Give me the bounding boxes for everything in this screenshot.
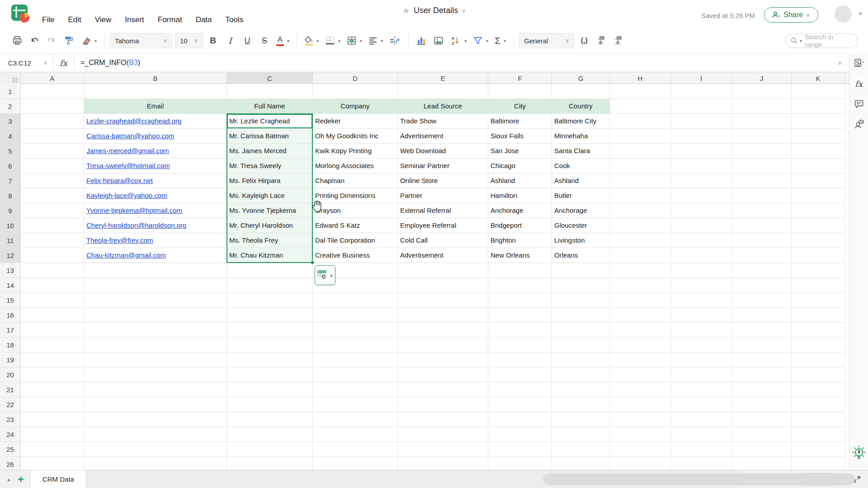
cell-H3[interactable] [610,114,671,129]
cell-J15[interactable] [732,293,792,308]
insert-function-button[interactable]: fx [53,54,74,72]
cell-I18[interactable] [671,338,732,352]
menu-view[interactable]: View [95,15,112,24]
cell-J18[interactable] [732,338,792,352]
row-header-4[interactable]: 4 [0,129,21,144]
column-header-G[interactable]: G [552,72,610,84]
cell-E25[interactable] [398,442,488,457]
cell-B16[interactable] [84,308,227,323]
cell-F19[interactable] [488,352,552,367]
cell-A9[interactable] [21,203,84,218]
cell-G13[interactable] [552,263,610,278]
strikethrough-button[interactable]: S [257,33,272,48]
cell-E9[interactable]: External Referral [398,203,488,218]
cell-F15[interactable] [488,293,552,308]
cell-E17[interactable] [398,323,488,338]
cell-C24[interactable] [227,427,313,442]
cell-F10[interactable]: Bridgeport [488,218,552,233]
cell-G15[interactable] [552,293,610,308]
sheet-tab-crm-data[interactable]: CRM Data [30,470,86,488]
cell-C26[interactable] [227,457,313,470]
column-header-K[interactable]: K [792,72,845,84]
cell-H6[interactable] [610,159,671,174]
sort-button[interactable]: A Z ▾ [448,33,468,48]
user-avatar[interactable] [835,5,852,23]
cell-J24[interactable] [732,427,792,442]
cell-G12[interactable]: Orleans [552,248,610,263]
cell-H24[interactable] [610,427,671,442]
cell-H23[interactable] [610,412,671,427]
cell-C20[interactable] [227,367,313,382]
cell-C4[interactable]: Mr. Carissa Batman [227,129,313,144]
cell-F14[interactable] [488,278,552,293]
cell-A16[interactable] [21,308,84,323]
cell-H17[interactable] [610,323,671,338]
row-header-23[interactable]: 23 [0,412,21,427]
menu-data[interactable]: Data [196,15,212,24]
formula-input[interactable]: =_CRM_INFO(B3) [74,59,140,67]
cell-J17[interactable] [732,323,792,338]
cell-E13[interactable] [398,263,488,278]
bold-button[interactable]: B [206,33,220,48]
cell-I5[interactable] [671,144,732,159]
document-title[interactable]: User Details [414,6,458,15]
cell-I16[interactable] [671,308,732,323]
cell-I17[interactable] [671,323,732,338]
cell-A10[interactable] [21,218,84,233]
row-header-19[interactable]: 19 [0,352,21,367]
cell-H21[interactable] [610,382,671,397]
cell-H13[interactable] [610,263,671,278]
cell-K1[interactable] [792,84,845,99]
cell-E6[interactable]: Seminar Partner [398,159,488,174]
row-header-2[interactable]: 2 [0,99,21,114]
cell-H5[interactable] [610,144,671,159]
favorite-star-icon[interactable]: ★ [402,5,410,16]
cell-A5[interactable] [21,144,84,159]
cell-B24[interactable] [84,427,227,442]
cell-H26[interactable] [610,457,671,470]
cell-D8[interactable]: Printing Dimensions [313,188,398,203]
cell-F11[interactable]: Brighton [488,233,552,248]
cell-I3[interactable] [671,114,732,129]
cell-B14[interactable] [84,278,227,293]
cell-A23[interactable] [21,412,84,427]
row-header-12[interactable]: 12 [0,248,21,263]
cell-J4[interactable] [732,129,792,144]
row-header-15[interactable]: 15 [0,293,21,308]
cell-D23[interactable] [313,412,398,427]
clear-format-button[interactable]: ▾ [79,33,99,48]
cell-J16[interactable] [732,308,792,323]
cell-H19[interactable] [610,352,671,367]
cell-C7[interactable]: Ms. Felix Hirpara [227,174,313,188]
cell-E4[interactable]: Advertisement [398,129,488,144]
text-wrap-button[interactable] [387,33,403,48]
smart-fill-widget-button[interactable]: ∨ [315,265,335,285]
row-header-24[interactable]: 24 [0,427,21,442]
cell-I19[interactable] [671,352,732,367]
column-header-E[interactable]: E [398,72,488,84]
cell-G8[interactable]: Butler [552,188,610,203]
row-header-21[interactable]: 21 [0,382,21,397]
cell-G17[interactable] [552,323,610,338]
cell-K10[interactable] [792,218,845,233]
cell-G10[interactable]: Gloucester [552,218,610,233]
cell-D18[interactable] [313,338,398,352]
cell-K25[interactable] [792,442,845,457]
select-all-corner[interactable] [0,72,21,84]
cell-B15[interactable] [84,293,227,308]
cell-K18[interactable] [792,338,845,352]
cell-J26[interactable] [732,457,792,470]
cell-H22[interactable] [610,397,671,412]
row-header-13[interactable]: 13 [0,263,21,278]
cell-F5[interactable]: San Jose [488,144,552,159]
cell-E23[interactable] [398,412,488,427]
cell-B19[interactable] [84,352,227,367]
cell-A24[interactable] [21,427,84,442]
cell-B12[interactable]: Chau-kitzman@gmail.com [84,248,227,263]
cell-B1[interactable] [84,84,227,99]
cell-K22[interactable] [792,397,845,412]
cell-A13[interactable] [21,263,84,278]
comments-panel-button[interactable] [849,94,868,114]
add-sheet-button[interactable]: + [18,474,24,485]
cell-F1[interactable] [488,84,552,99]
